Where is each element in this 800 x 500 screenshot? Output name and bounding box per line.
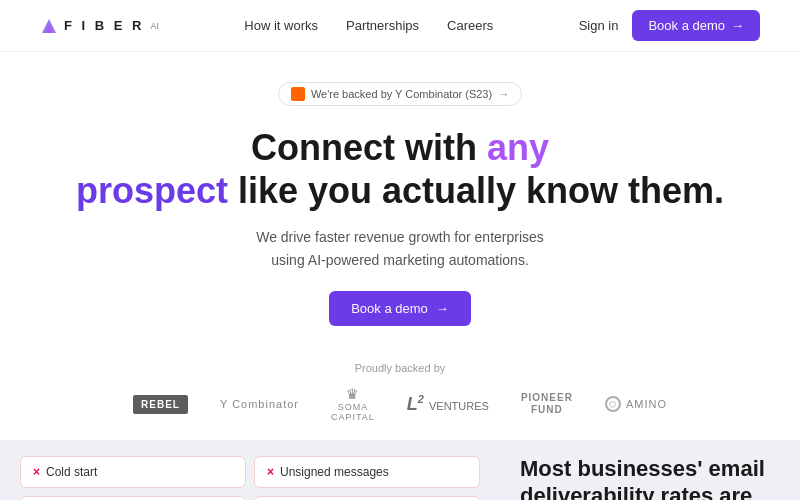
hero-subtitle: We drive faster revenue growth for enter… — [40, 226, 760, 271]
yc-badge-arrow: → — [498, 88, 509, 100]
logo[interactable]: F I B E R AI — [40, 17, 159, 35]
nav-partnerships[interactable]: Partnerships — [346, 18, 419, 33]
hero-section: We're backed by Y Combinator (S23) → Con… — [0, 52, 800, 346]
logo-pioneer: PIONEERFUND — [521, 388, 573, 420]
logo-rebel: REBEL — [133, 388, 188, 420]
nav-right: Sign in Book a demo → — [579, 10, 760, 41]
pitfall-cold-start: × Cold start — [20, 456, 246, 488]
book-demo-button-hero[interactable]: Book a demo → — [329, 291, 471, 326]
desc-title: Most businesses' email deliverability ra… — [520, 456, 780, 500]
hero-prospect: prospect — [76, 170, 228, 211]
pitfalls-grid: × Cold start × Unsigned messages × Simul… — [0, 440, 500, 500]
logo-soma: ♛ SOMA CAPITAL — [331, 388, 375, 420]
hero-title: Connect with any prospect like you actua… — [40, 126, 760, 212]
pitfall-unsigned: × Unsigned messages — [254, 456, 480, 488]
description-col: Most businesses' email deliverability ra… — [500, 440, 800, 500]
navbar: F I B E R AI How it works Partnerships C… — [0, 0, 800, 52]
signin-button[interactable]: Sign in — [579, 18, 619, 33]
pitfall-simultaneous: × Simultaneous blasts — [20, 496, 246, 500]
pitfall-label: Unsigned messages — [280, 465, 389, 479]
logo-amino: ⬡ AMINO — [605, 388, 667, 420]
nav-how-it-works[interactable]: How it works — [244, 18, 318, 33]
logo-l2ventures: L2 VENTURES — [407, 388, 489, 420]
logo-icon — [40, 17, 58, 35]
logo-text: F I B E R — [64, 18, 144, 33]
logos-row: REBEL Y Combinator ♛ SOMA CAPITAL L2 VEN… — [40, 388, 760, 420]
hero-any: any — [487, 127, 549, 168]
nav-links: How it works Partnerships Careers — [244, 18, 493, 33]
backed-by-section: Proudly backed by REBEL Y Combinator ♛ S… — [0, 346, 800, 440]
pitfall-label: Cold start — [46, 465, 97, 479]
pitfall-x-icon: × — [267, 465, 274, 479]
nav-careers[interactable]: Careers — [447, 18, 493, 33]
pitfall-x-icon: × — [33, 465, 40, 479]
logo-ycombinator: Y Combinator — [220, 388, 299, 420]
yc-icon — [291, 87, 305, 101]
logo-ai: AI — [150, 21, 159, 31]
bottom-section: × Cold start × Unsigned messages × Simul… — [0, 440, 800, 500]
book-demo-button-nav[interactable]: Book a demo → — [632, 10, 760, 41]
yc-badge-text: We're backed by Y Combinator (S23) — [311, 88, 492, 100]
yc-badge[interactable]: We're backed by Y Combinator (S23) → — [278, 82, 522, 106]
pitfall-bouncing: × Bouncing messages — [254, 496, 480, 500]
backed-by-label: Proudly backed by — [40, 362, 760, 374]
